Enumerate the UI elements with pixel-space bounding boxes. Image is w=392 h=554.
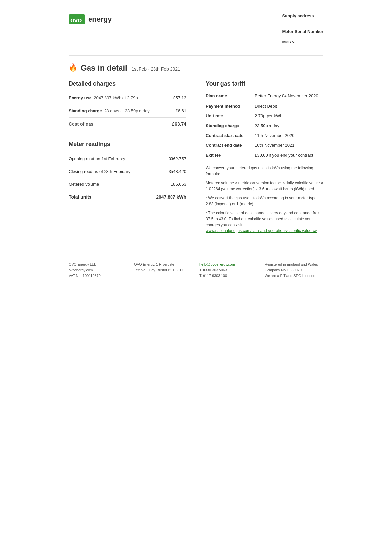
ovo-logo-icon: ovo: [69, 13, 86, 25]
date-range: 1st Feb - 28th Feb 2021: [131, 66, 180, 72]
left-column: Detailed charges Energy use 2047.807 kWh…: [69, 80, 186, 237]
meter-serial-number-label: Meter Serial Number: [282, 29, 323, 35]
meter-info: Meter Serial Number MPRN: [282, 29, 323, 45]
plan-name-row: Plan name Better Energy 04 November 2020: [206, 93, 323, 99]
energy-use-amount: £57.13: [173, 95, 186, 101]
metered-volume-label: Metered volume: [69, 181, 99, 187]
meter-readings-title: Meter readings: [69, 140, 186, 148]
conversion-footnote1: ¹ We convert the gas use into kWh accord…: [206, 195, 323, 207]
page: ovo energy Supply address Meter Serial N…: [49, 0, 343, 554]
standing-charge-label: Standing charge 28 days at 23.59p a day: [69, 108, 150, 114]
metered-volume-value: 185.663: [171, 181, 186, 187]
tariff-title: Your gas tariff: [206, 80, 323, 88]
logo-container: ovo energy: [69, 13, 112, 25]
footer-email: hello@ovoenergy.com: [199, 262, 258, 267]
energy-use-label: Energy use 2047.807 kWh at 2.79p: [69, 95, 138, 101]
main-content: Detailed charges Energy use 2047.807 kWh…: [69, 80, 323, 237]
payment-method-value: Direct Debit: [255, 103, 277, 109]
exit-fee-row: Exit fee £30.00 if you end your contract: [206, 152, 323, 158]
detailed-charges-title: Detailed charges: [69, 80, 186, 88]
contract-end-key: Contract end date: [206, 143, 248, 148]
footer-address-1: OVO Energy, 1 Rivergate,: [134, 262, 193, 267]
contract-end-row: Contract end date 10th November 2021: [206, 143, 323, 148]
header-right: Supply address Meter Serial Number MPRN: [282, 13, 323, 45]
contract-start-value: 11th November 2020: [255, 133, 294, 139]
footer-registered-1: Registered in England and Wales: [265, 262, 323, 267]
closing-read-row: Closing read as of 28th February 3548.42…: [69, 165, 186, 178]
footer-phone1: T. 0330 303 5063: [199, 268, 258, 273]
footer-col-1: OVO Energy Ltd. ovoenergy.com VAT No. 10…: [69, 262, 127, 279]
logo-text: energy: [88, 14, 112, 25]
footer-phone2: T. 0117 9303 100: [199, 273, 258, 278]
standing-charge-amount: £6.61: [175, 108, 186, 114]
footer-fit-seg: We are a FIT and SEG licensee: [265, 273, 323, 278]
metered-volume-row: Metered volume 185.663: [69, 178, 186, 191]
cost-of-gas-row: Cost of gas £63.74: [69, 118, 186, 131]
footer-col-4: Registered in England and Wales Company …: [265, 262, 323, 279]
footer: OVO Energy Ltd. ovoenergy.com VAT No. 10…: [69, 257, 323, 279]
footer-email-link[interactable]: hello@ovoenergy.com: [199, 262, 235, 266]
header: ovo energy Supply address Meter Serial N…: [69, 13, 323, 45]
mprn-label: MPRN: [282, 39, 323, 45]
conversion-note: We convert your metered gas units to kWh…: [206, 165, 323, 234]
contract-start-row: Contract start date 11th November 2020: [206, 133, 323, 139]
payment-method-row: Payment method Direct Debit: [206, 103, 323, 109]
plan-name-key: Plan name: [206, 93, 248, 99]
unit-rate-key: Unit rate: [206, 113, 248, 119]
opening-read-label: Opening read on 1st February: [69, 156, 125, 162]
footer-col-3: hello@ovoenergy.com T. 0330 303 5063 T. …: [199, 262, 258, 279]
section-title: 🔥 Gas in detail 1st Feb - 28th Feb 2021: [69, 55, 323, 74]
closing-read-label: Closing read as of 28th February: [69, 169, 130, 175]
standing-charge-row: Standing charge 28 days at 23.59p a day …: [69, 105, 186, 118]
footer-website: ovoenergy.com: [69, 268, 127, 273]
detailed-charges: Detailed charges Energy use 2047.807 kWh…: [69, 80, 186, 130]
contract-start-key: Contract start date: [206, 133, 248, 139]
opening-read-value: 3362.757: [169, 156, 186, 162]
exit-fee-key: Exit fee: [206, 152, 248, 158]
contract-end-value: 10th November 2021: [255, 143, 294, 148]
plan-name-value: Better Energy 04 November 2020: [255, 93, 318, 99]
exit-fee-value: £30.00 if you end your contract: [255, 152, 313, 158]
energy-use-row: Energy use 2047.807 kWh at 2.79p £57.13: [69, 92, 186, 105]
unit-rate-value: 2.79p per kWh: [255, 113, 283, 119]
mprn-text: MPRN: [282, 39, 323, 45]
meter-readings: Meter readings Opening read on 1st Febru…: [69, 140, 186, 204]
footer-col-2: OVO Energy, 1 Rivergate, Temple Quay, Br…: [134, 262, 193, 279]
conversion-formula: Metered volume × metric conversion facto…: [206, 180, 323, 192]
gas-flame-icon: 🔥: [69, 63, 77, 73]
total-units-row: Total units 2047.807 kWh: [69, 191, 186, 204]
footer-vat: VAT No. 100119879: [69, 273, 127, 278]
conversion-intro: We convert your metered gas units to kWh…: [206, 165, 323, 177]
unit-rate-row: Unit rate 2.79p per kWh: [206, 113, 323, 119]
tariff-standing-charge-row: Standing charge 23.59p a day: [206, 123, 323, 129]
closing-read-value: 3548.420: [169, 169, 186, 175]
payment-method-key: Payment method: [206, 103, 248, 109]
total-units-label: Total units: [69, 194, 91, 201]
cost-of-gas-label: Cost of gas: [69, 121, 93, 127]
right-column: Your gas tariff Plan name Better Energy …: [206, 80, 323, 237]
total-units-value: 2047.807 kWh: [156, 194, 186, 201]
opening-read-row: Opening read on 1st February 3362.757: [69, 153, 186, 165]
calorific-value-link[interactable]: www.nationalgridgas.com/data-and-operati…: [206, 228, 317, 233]
supply-address-label: Supply address: [282, 13, 323, 19]
svg-text:ovo: ovo: [70, 16, 82, 24]
footer-company-no: Company No. 06890795: [265, 268, 323, 273]
footer-address-2: Temple Quay, Bristol BS1 6ED: [134, 268, 193, 273]
cost-of-gas-amount: £63.74: [172, 121, 186, 127]
gas-tariff-section: Your gas tariff Plan name Better Energy …: [206, 80, 323, 159]
tariff-standing-charge-value: 23.59p a day: [255, 123, 279, 129]
conversion-footnote2: ² The calorific value of gas changes eve…: [206, 210, 323, 234]
section-heading: Gas in detail 1st Feb - 28th Feb 2021: [81, 62, 180, 74]
footer-company-name: OVO Energy Ltd.: [69, 262, 127, 267]
tariff-standing-charge-key: Standing charge: [206, 123, 248, 129]
